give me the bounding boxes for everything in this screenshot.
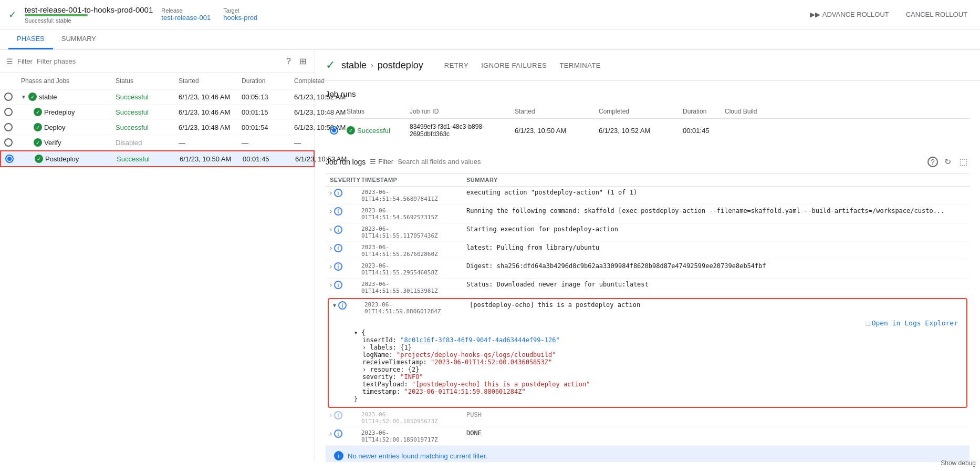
table-row-postdeploy[interactable]: ✓ Postdeploy Successful 6/1/23, 10:50 AM… (0, 150, 315, 167)
log-expand-icon[interactable]: › (330, 189, 332, 197)
log-expand-icon[interactable]: › (330, 208, 332, 215)
status-check: ✓ (34, 138, 42, 147)
header-meta: Release test-release-001 Target hooks-pr… (161, 7, 257, 22)
log-table-header: SEVERITY TIMESTAMP SUMMARY (326, 173, 969, 187)
refresh-icon[interactable]: ↻ (942, 155, 953, 169)
log-timestamp: 2023-06-01T14:51:55.117057436Z (357, 226, 462, 239)
log-severity-cell: › i (326, 281, 357, 289)
log-row[interactable]: › i 2023-06-01T14:52:00.185019717Z DONE (326, 427, 969, 446)
job-run-radio[interactable] (326, 126, 342, 135)
col-started: Started (174, 77, 237, 85)
log-row[interactable]: › i 2023-06-01T14:51:55.295546058Z Diges… (326, 260, 969, 279)
help-icon[interactable]: ? (284, 54, 293, 68)
radio-cell[interactable] (1, 155, 18, 163)
radio-cell[interactable] (0, 123, 17, 131)
status-check-icon: ✓ (8, 9, 16, 21)
col-duration: Duration (679, 108, 721, 115)
log-row[interactable]: › i 2023-06-01T14:51:54.568978411Z execu… (326, 187, 969, 205)
job-run-started: 6/1/23, 10:50 AM (510, 127, 595, 135)
log-severity-cell: › i (326, 226, 357, 234)
radio-dot-selected[interactable] (5, 155, 14, 163)
log-key: receiveTimestamp: (362, 359, 431, 366)
log-row-header[interactable]: ▾ i 2023-06-01T14:51:59.880601284Z [post… (329, 299, 966, 317)
log-row[interactable]: › i 2023-06-01T14:51:55.301153981Z Statu… (326, 279, 969, 297)
radio-cell[interactable] (0, 93, 17, 101)
info-icon: i (334, 451, 343, 460)
status-cell: Successful (112, 155, 175, 163)
table-row[interactable]: ▼ ✓ stable Successful 6/1/23, 10:46 AM 0… (0, 89, 315, 105)
release-link[interactable]: test-release-001 (161, 14, 211, 22)
logs-header: Job run logs ☰ Filter ? ↻ ⬚ (326, 150, 969, 173)
external-link-icon: ⬚ (866, 320, 869, 327)
retry-button[interactable]: RETRY (442, 59, 471, 71)
log-row-expanded[interactable]: ▾ i 2023-06-01T14:51:59.880601284Z [post… (328, 298, 967, 408)
log-expand-icon[interactable]: ▾ (333, 302, 336, 309)
table-row[interactable]: ✓ Deploy Successful 6/1/23, 10:48 AM 00:… (0, 120, 315, 135)
job-table-header: Status Job run ID Started Completed Dura… (326, 105, 969, 119)
log-expand-icon[interactable]: › (330, 412, 332, 419)
log-key: insertId: (362, 336, 400, 344)
job-run-row[interactable]: ✓ Successful 83499ef3-f3d1-48c3-b898-269… (326, 119, 969, 142)
help-icon-logs[interactable]: ? (927, 157, 938, 167)
started-cell: 6/1/23, 10:48 AM (174, 124, 237, 131)
open-logs-label: Open in Logs Explorer (872, 319, 958, 327)
logs-search-input[interactable] (398, 158, 923, 166)
job-runs-title: Job runs (326, 89, 969, 98)
radio-dot[interactable] (4, 108, 13, 116)
tab-phases[interactable]: PHASES (8, 29, 53, 49)
table-row[interactable]: ✓ Verify Disabled — — — (0, 135, 315, 150)
ignore-failures-button[interactable]: IGNORE FAILURES (479, 59, 549, 71)
log-info-icon: i (334, 262, 342, 271)
log-summary: Running the following command: skaffold … (462, 207, 969, 214)
col-completed: Completed (595, 108, 679, 115)
open-logs-link[interactable]: ⬚ Open in Logs Explorer (861, 317, 962, 329)
log-expand-icon[interactable]: › (330, 226, 332, 233)
log-expand-icon[interactable]: › (330, 281, 332, 289)
open-external-icon[interactable]: ⬚ (957, 155, 969, 169)
log-row[interactable]: › i 2023-06-01T14:51:54.569257315Z Runni… (326, 205, 969, 223)
log-key: textPayload: (362, 381, 412, 388)
advance-rollout-button[interactable]: ▶▶ ADVANCE ROLLOUT (806, 7, 893, 22)
log-row[interactable]: › i 2023-06-01T14:51:55.117057436Z Start… (326, 223, 969, 242)
col-cloud-build: Cloud Build (721, 108, 784, 115)
duration-cell: 00:01:15 (237, 108, 290, 116)
tab-summary[interactable]: SUMMARY (53, 29, 105, 49)
log-summary: Status: Downloaded newer image for ubunt… (462, 281, 969, 288)
radio-cell[interactable] (0, 108, 17, 116)
log-timestamp: 2023-06-01T14:51:54.568978411Z (357, 189, 462, 202)
started-cell: 6/1/23, 10:46 AM (174, 108, 237, 116)
log-table: SEVERITY TIMESTAMP SUMMARY › i 2023-06-0… (326, 173, 969, 462)
right-header: ✓ stable › postdeploy RETRY IGNORE FAILU… (315, 50, 980, 81)
expand-arrow[interactable]: ▼ (21, 94, 26, 100)
log-severity-cell: ▾ i (329, 301, 360, 310)
columns-icon[interactable]: ⊞ (297, 54, 308, 68)
col-timestamp: TIMESTAMP (357, 177, 462, 183)
left-panel: ☰ Filter ? ⊞ Phases and Jobs Status Star… (0, 50, 315, 462)
target-link[interactable]: hooks-prod (223, 14, 257, 22)
cancel-rollout-button[interactable]: CANCEL ROLLOUT (902, 7, 972, 22)
radio-dot[interactable] (4, 138, 13, 147)
table-row[interactable]: ✓ Predeploy Successful 6/1/23, 10:46 AM … (0, 105, 315, 120)
filter-input[interactable] (37, 57, 280, 65)
log-info-icon: i (334, 244, 342, 252)
radio-cell[interactable] (0, 138, 17, 147)
radio-blue[interactable] (330, 126, 338, 135)
phase-name: stable (39, 93, 57, 101)
status-cell: Successful (111, 93, 174, 101)
log-row[interactable]: › i 2023-06-01T14:51:55.267602860Z lates… (326, 242, 969, 260)
progress-bar (25, 14, 88, 16)
job-run-completed: 6/1/23, 10:52 AM (595, 127, 679, 135)
phase-name-cell: ▼ ✓ stable (17, 93, 111, 101)
radio-dot[interactable] (4, 93, 13, 101)
log-severity-cell: › i (326, 244, 357, 252)
log-expand-icon[interactable]: › (330, 244, 332, 252)
log-expand-icon[interactable]: › (330, 263, 332, 270)
radio-dot[interactable] (4, 123, 13, 131)
terminate-button[interactable]: TERMINATE (557, 59, 603, 71)
col-phases-jobs: Phases and Jobs (17, 77, 111, 85)
tabs: PHASES SUMMARY (0, 29, 980, 50)
log-info-icon: i (334, 226, 342, 234)
log-row[interactable]: › i 2023-06-01T14:52:00.185095673Z PUSH (326, 409, 969, 427)
show-debug-link[interactable]: Show debug (941, 459, 976, 462)
log-expand-icon[interactable]: › (330, 430, 332, 437)
